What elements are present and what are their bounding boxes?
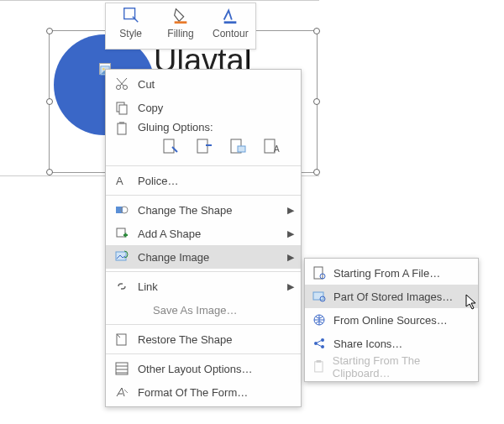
fill-bucket-icon [171, 6, 190, 24]
submenu-label: Share Icons… [333, 338, 402, 350]
change-shape-icon [114, 202, 129, 217]
share-icon [312, 336, 327, 351]
chevron-right-icon: ▶ [287, 205, 294, 216]
resize-handle[interactable] [46, 98, 53, 105]
svg-text:A: A [274, 144, 280, 154]
menu-label: Restore The Shape [138, 333, 292, 346]
svg-rect-24 [314, 267, 323, 279]
mini-toolbar: Style Filling Contour [105, 3, 256, 50]
copy-icon [114, 100, 129, 115]
font-icon: A [114, 173, 129, 188]
svg-point-6 [123, 86, 128, 90]
svg-text:A: A [116, 175, 123, 187]
menu-other-layout[interactable]: Other Layout Options… [106, 357, 301, 380]
cursor-icon [465, 294, 479, 311]
svg-rect-14 [238, 146, 245, 152]
submenu-stored-images[interactable]: Part Of Stored Images… [305, 285, 478, 308]
menu-label: Cut [138, 78, 292, 91]
link-icon [114, 279, 129, 294]
menu-gluing-options: Gluing Options: A [106, 119, 301, 163]
style-button[interactable]: Style [106, 3, 155, 49]
submenu-label: Starting From A File… [333, 267, 440, 280]
globe-icon [312, 312, 327, 327]
menu-label: Gluing Options: [138, 121, 292, 133]
contour-label: Contour [213, 28, 249, 39]
resize-handle[interactable] [46, 28, 53, 34]
menu-label: Format Of The Form… [138, 386, 292, 399]
change-image-submenu: Starting From A File… Part Of Stored Ima… [304, 258, 479, 382]
menu-save-as-image[interactable]: Save As Image… [106, 298, 301, 322]
menu-label: Other Layout Options… [138, 363, 292, 375]
svg-rect-32 [315, 362, 323, 372]
change-image-icon [114, 249, 129, 264]
context-menu: Cut Copy Gluing Options: A A Police… Cha… [105, 69, 302, 407]
chevron-right-icon: ▶ [287, 252, 294, 263]
menu-label: Police… [138, 175, 292, 187]
svg-rect-10 [119, 122, 124, 124]
submenu-from-file[interactable]: Starting From A File… [305, 261, 478, 285]
separator [106, 195, 301, 196]
submenu-label: Part Of Stored Images… [333, 291, 453, 303]
resize-handle[interactable] [313, 28, 320, 34]
menu-format-form[interactable]: Format Of The Form… [106, 380, 301, 404]
menu-label: Copy [138, 102, 292, 114]
format-icon [114, 385, 129, 400]
menu-label: Link [138, 280, 292, 293]
cut-icon [114, 76, 129, 92]
menu-restore-shape[interactable]: Restore The Shape [106, 327, 301, 351]
menu-label: Save As Image… [153, 304, 292, 317]
paste-option-icon[interactable] [161, 137, 180, 155]
add-shape-icon [114, 226, 129, 241]
clipboard-icon [114, 121, 129, 136]
separator [106, 165, 301, 166]
paste-option-icon[interactable] [195, 137, 213, 155]
stored-images-icon [312, 289, 327, 304]
svg-rect-2 [224, 21, 237, 24]
menu-link[interactable]: Link ▶ [106, 275, 301, 298]
layout-icon [114, 361, 129, 376]
submenu-share-icons[interactable]: Share Icons… [305, 332, 478, 355]
blank-icon [114, 302, 129, 317]
menu-police[interactable]: A Police… [106, 169, 301, 192]
submenu-label: From Online Sources… [333, 314, 448, 327]
menu-change-image[interactable]: Change Image ▶ [106, 245, 301, 269]
menu-change-shape[interactable]: Change The Shape ▶ [106, 198, 301, 222]
menu-copy[interactable]: Copy [106, 96, 301, 119]
svg-rect-11 [164, 139, 174, 153]
svg-point-31 [321, 345, 324, 348]
file-icon [312, 265, 327, 280]
chevron-right-icon: ▶ [287, 281, 294, 292]
submenu-from-clipboard: Starting From The Clipboard… [305, 355, 478, 379]
svg-rect-1 [175, 21, 187, 24]
paste-option-icon[interactable]: A [262, 137, 281, 155]
resize-handle[interactable] [313, 98, 320, 105]
filling-label: Filling [167, 28, 193, 39]
menu-label: Add A Shape [138, 228, 292, 240]
paste-option-icon[interactable] [228, 137, 247, 155]
menu-cut[interactable]: Cut [106, 72, 301, 96]
contour-button[interactable]: Contour [206, 3, 255, 49]
svg-rect-26 [313, 292, 323, 300]
svg-rect-33 [317, 360, 322, 363]
separator [106, 353, 301, 354]
filling-button[interactable]: Filling [155, 3, 205, 49]
chevron-right-icon: ▶ [287, 228, 294, 239]
resize-handle[interactable] [46, 169, 53, 175]
style-label: Style [119, 28, 142, 39]
separator [106, 271, 301, 272]
submenu-online-sources[interactable]: From Online Sources… [305, 308, 478, 332]
contour-icon [221, 6, 239, 24]
svg-rect-8 [119, 105, 127, 114]
menu-label: Change The Shape [138, 204, 292, 217]
menu-add-shape[interactable]: Add A Shape ▶ [106, 222, 301, 245]
style-icon [122, 6, 140, 24]
restore-icon [114, 332, 129, 347]
svg-rect-9 [118, 123, 126, 134]
svg-point-30 [321, 338, 324, 342]
separator [106, 324, 301, 325]
svg-point-5 [117, 86, 121, 90]
submenu-label: Starting From The Clipboard… [333, 354, 471, 380]
clipboard-icon [312, 359, 326, 374]
menu-label: Change Image [138, 251, 292, 264]
resize-handle[interactable] [313, 169, 320, 175]
